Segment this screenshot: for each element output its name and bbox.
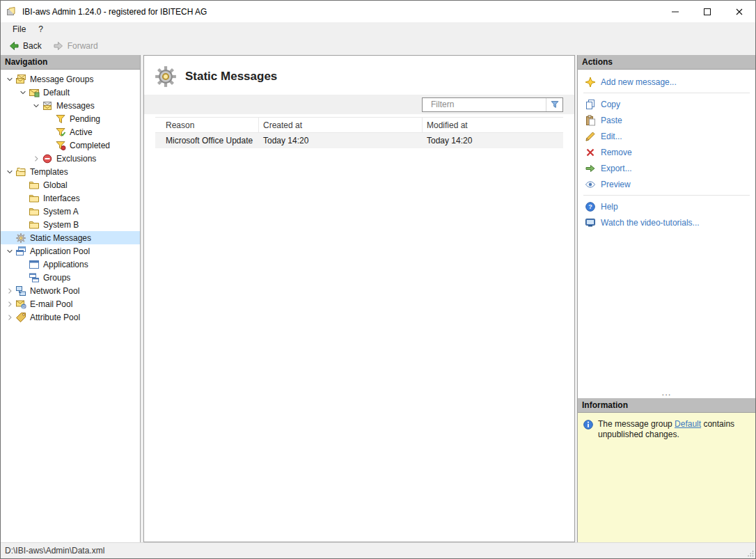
email-pool-icon: @ — [15, 299, 26, 310]
filter-input[interactable] — [423, 98, 546, 111]
tree-item-static-messages[interactable]: Static Messages — [1, 231, 140, 244]
help-icon: ? — [585, 201, 596, 212]
action-label: Paste — [601, 116, 622, 125]
navigation-panel: Navigation Message GroupsDefaultMessages… — [1, 55, 141, 542]
folder-icon — [29, 219, 40, 230]
tree-expander-expanded[interactable] — [17, 87, 29, 98]
actions-overflow[interactable]: ... — [578, 389, 755, 398]
actions-panel: Actions Add new message...CopyPasteEdit.… — [578, 55, 755, 398]
tree-item-label: Messages — [56, 101, 95, 111]
main-header: Static Messages — [144, 56, 574, 95]
actions-separator — [583, 195, 750, 196]
tree-expander-collapsed[interactable] — [3, 285, 15, 297]
tree-item-label: Groups — [43, 273, 70, 283]
navigation-tree: Message GroupsDefaultMessagesPendingActi… — [1, 70, 140, 542]
tree-expander-expanded[interactable] — [3, 246, 15, 257]
tree-item-default[interactable]: Default — [1, 86, 140, 99]
info-icon — [583, 419, 594, 430]
close-button[interactable] — [723, 1, 755, 22]
action-copy[interactable]: Copy — [578, 96, 755, 112]
tree-expander-expanded[interactable] — [3, 74, 15, 85]
navigation-header: Navigation — [1, 55, 140, 70]
tree-item-message-groups[interactable]: Message Groups — [1, 72, 140, 86]
tree-item-attribute-pool[interactable]: Attribute Pool — [1, 310, 140, 324]
tree-item-application-pool[interactable]: Application Pool — [1, 244, 140, 258]
action-paste[interactable]: Paste — [578, 112, 755, 128]
action-preview[interactable]: Preview — [578, 176, 755, 192]
action-watch-the-video-tutorials[interactable]: Watch the video-tutorials... — [578, 214, 755, 230]
right-panel: Actions Add new message...CopyPasteEdit.… — [577, 55, 755, 542]
menu-item-help[interactable]: ? — [32, 23, 49, 36]
tree-item-groups[interactable]: Groups — [1, 271, 140, 284]
paste-icon — [585, 115, 596, 126]
tree-item-label: Active — [70, 127, 93, 137]
tree-item-network-pool[interactable]: Network Pool — [1, 284, 140, 297]
table-cell: Today 14:20 — [259, 133, 423, 148]
action-label: Export... — [601, 164, 632, 173]
remove-icon — [585, 147, 596, 158]
tree-item-active[interactable]: Active — [1, 125, 140, 139]
tree-expander-expanded[interactable] — [30, 100, 42, 111]
default-group-link[interactable]: Default — [675, 419, 701, 429]
table-row[interactable]: Microsoft Office UpdateToday 14:20Today … — [155, 133, 563, 148]
action-edit[interactable]: Edit... — [578, 128, 755, 144]
add-new-message-icon — [585, 77, 596, 88]
table-header-row: ReasonCreated atModified at — [155, 117, 563, 133]
maximize-button[interactable] — [691, 1, 723, 22]
tree-item-label: Network Pool — [30, 286, 79, 296]
tree-expander-expanded[interactable] — [3, 166, 15, 178]
tree-expander-spacer — [17, 180, 29, 191]
tree-item-templates[interactable]: Templates — [1, 165, 140, 178]
svg-text:?: ? — [588, 203, 592, 210]
messages-table: ReasonCreated atModified atMicrosoft Off… — [155, 117, 563, 148]
column-header-reason[interactable]: Reason — [155, 118, 259, 132]
attribute-pool-icon — [15, 312, 26, 323]
action-add-new-message[interactable]: Add new message... — [578, 74, 755, 90]
tree-item-messages[interactable]: Messages — [1, 99, 140, 112]
tree-item-completed[interactable]: Completed — [1, 139, 140, 152]
applications-icon — [29, 259, 40, 270]
minimize-button[interactable] — [659, 1, 691, 22]
status-path: D:\IBI-aws\Admin\Data.xml — [5, 546, 104, 556]
action-label: Remove — [601, 148, 632, 157]
tree-item-exclusions[interactable]: Exclusions — [1, 152, 140, 165]
tree-expander-spacer — [3, 233, 15, 244]
tree-item-global[interactable]: Global — [1, 178, 140, 191]
page-title: Static Messages — [185, 70, 277, 84]
action-help[interactable]: ?Help — [578, 198, 755, 214]
column-header-modified-at[interactable]: Modified at — [423, 118, 563, 132]
tree-item-system-a[interactable]: System A — [1, 205, 140, 218]
resize-grip[interactable] — [746, 549, 755, 558]
tree-expander-collapsed[interactable] — [3, 312, 15, 323]
table-cell: Today 14:20 — [423, 133, 563, 148]
action-remove[interactable]: Remove — [578, 144, 755, 160]
tree-item-pending[interactable]: Pending — [1, 112, 140, 125]
tree-item-label: Default — [43, 88, 70, 97]
video-tutorials-icon — [585, 217, 596, 228]
column-header-created-at[interactable]: Created at — [259, 118, 423, 132]
information-panel: Information The message group Default co… — [578, 398, 755, 542]
static-messages-gear-icon — [154, 65, 178, 88]
forward-icon — [53, 40, 64, 52]
filter-icon[interactable] — [546, 98, 562, 111]
information-header: Information — [578, 398, 755, 413]
forward-button[interactable]: Forward — [49, 38, 102, 54]
menubar: File? — [1, 22, 755, 37]
action-label: Copy — [601, 100, 620, 109]
menu-item-file[interactable]: File — [6, 23, 32, 36]
back-button-label: Back — [23, 41, 42, 51]
tree-item-system-b[interactable]: System B — [1, 218, 140, 231]
tree-item-e-mail-pool[interactable]: @E-mail Pool — [1, 297, 140, 310]
tree-expander-spacer — [43, 127, 55, 138]
tree-item-label: Templates — [30, 167, 68, 177]
action-label: Help — [601, 202, 618, 212]
main-panel: Static Messages ReasonCreated atModified… — [143, 55, 575, 542]
tree-expander-collapsed[interactable] — [3, 299, 15, 310]
tree-expander-collapsed[interactable] — [30, 153, 42, 164]
information-text: The message group Default contains unpub… — [598, 419, 747, 440]
tree-item-applications[interactable]: Applications — [1, 258, 140, 271]
tree-item-interfaces[interactable]: Interfaces — [1, 191, 140, 205]
action-export[interactable]: Export... — [578, 160, 755, 176]
window-title: IBI-aws Admin 1.24.0 - registered for IB… — [22, 7, 207, 17]
back-button[interactable]: Back — [4, 38, 46, 54]
